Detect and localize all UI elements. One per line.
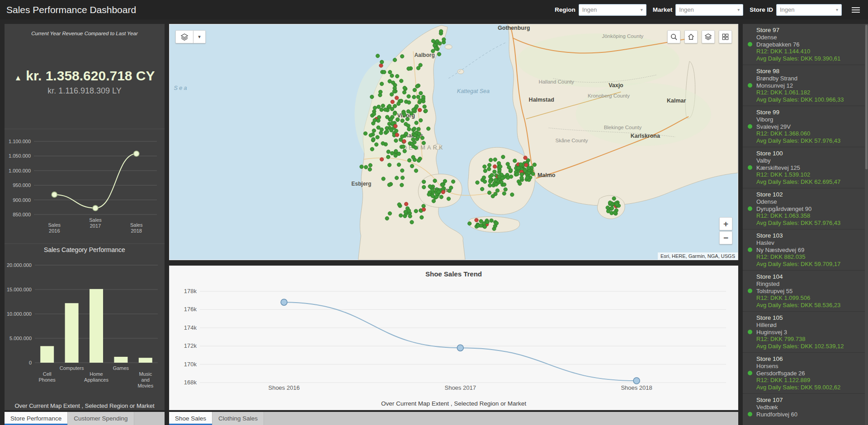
left-panel-tabs: Store Performance Customer Spending — [5, 412, 165, 425]
store-list-scrollbar[interactable] — [865, 24, 868, 425]
store-name: Store 107 — [756, 397, 862, 404]
store-name: Store 102 — [756, 191, 862, 198]
store-r12: R12: DKK 1.539.102 — [756, 171, 862, 178]
store-name: Store 100 — [756, 150, 862, 157]
store-id-filter: Store ID Ingen ▾ — [750, 4, 842, 16]
store-address: Gersdorffsgade 26 — [756, 370, 862, 377]
store-avg: Avg Daily Sales: DKK 100.966,33 — [756, 96, 862, 103]
store-card[interactable]: Store 102 Odense Dyrupgårdvænget 90 R12:… — [743, 188, 868, 229]
store-avg: Avg Daily Sales: DKK 59.390,61 — [756, 55, 862, 62]
store-avg: Avg Daily Sales: DKK 58.536,23 — [756, 302, 862, 309]
store-avg: Avg Daily Sales: DKK 57.976,43 — [756, 220, 862, 227]
map-layers-button[interactable] — [702, 30, 715, 43]
svg-text:Kronoberg County: Kronoberg County — [588, 93, 630, 98]
hamburger-menu-icon[interactable] — [850, 5, 862, 14]
tab-shoe-sales[interactable]: Shoe Sales — [169, 412, 212, 425]
revenue-trend-chart: 1.100.0001.050.0001.000.000950.000900.00… — [6, 135, 163, 238]
store-address: Kærskiftevej 125 — [756, 164, 862, 172]
svg-text:1.050.000: 1.050.000 — [9, 153, 31, 159]
svg-text:S e a: S e a — [174, 85, 187, 91]
tab-customer-spending[interactable]: Customer Spending — [68, 412, 134, 425]
store-name: Store 99 — [756, 109, 862, 116]
chevron-down-icon: ▾ — [198, 34, 201, 40]
map-attribution: Esri, HERE, Garmin, NGA, USGS — [658, 252, 738, 260]
store-r12: R12: DKK 1.099.506 — [756, 294, 862, 302]
store-r12: R12: DKK 1.122.889 — [756, 377, 862, 384]
legend-dropdown-button[interactable]: ▾ — [193, 30, 206, 43]
store-card[interactable]: Store 98 Brøndby Strand Monsunvej 12 R12… — [743, 65, 868, 106]
market-filter-select[interactable]: Ingen ▾ — [675, 4, 743, 16]
divider — [5, 129, 165, 129]
store-status-dot — [748, 412, 752, 416]
svg-text:Sales2018: Sales2018 — [130, 222, 143, 234]
store-address: Svalevej 29V — [756, 123, 862, 131]
region-filter-value: Ingen — [582, 6, 597, 13]
svg-text:20.000.000: 20.000.000 — [7, 262, 32, 268]
svg-text:CellPhones: CellPhones — [39, 371, 56, 383]
sales-category-chart: 20.000.00015.000.00010.000.0005.000.0000… — [6, 262, 163, 397]
store-avg: Avg Daily Sales: DKK 59.002,62 — [756, 384, 862, 391]
store-status-dot — [748, 371, 752, 375]
region-filter-select[interactable]: Ingen ▾ — [579, 4, 646, 16]
store-card[interactable]: Store 97 Odense Dragebakken 76 R12: DKK … — [743, 24, 868, 65]
basemap-grid-icon — [722, 33, 729, 41]
map-home-button[interactable] — [684, 30, 698, 43]
store-card[interactable]: Store 106 Horsens Gersdorffsgade 26 R12:… — [743, 353, 868, 394]
legend-button[interactable] — [175, 30, 193, 43]
svg-text:0: 0 — [29, 360, 32, 365]
store-name: Store 104 — [756, 273, 862, 280]
store-avg: Avg Daily Sales: DKK 57.976,43 — [756, 137, 862, 145]
svg-text:Malmo: Malmo — [538, 172, 556, 178]
revenue-panel: Current Year Revenue Compared to Last Ye… — [5, 24, 165, 410]
svg-text:172k: 172k — [184, 342, 197, 349]
store-city: Brøndby Strand — [756, 75, 862, 82]
svg-text:Games: Games — [113, 365, 129, 371]
svg-text:178k: 178k — [184, 288, 197, 294]
indicator-value: kr. 1.358.620.718 CY — [26, 68, 155, 83]
store-card[interactable]: Store 100 Valby Kærskiftevej 125 R12: DK… — [743, 147, 868, 188]
svg-text:5.000.000: 5.000.000 — [9, 336, 32, 341]
store-card[interactable]: Store 104 Ringsted Tolstrupvej 55 R12: D… — [743, 271, 868, 312]
svg-text:15.000.000: 15.000.000 — [7, 287, 32, 292]
svg-text:Shoes 2018: Shoes 2018 — [621, 384, 652, 391]
svg-text:Jönköping County: Jönköping County — [602, 33, 644, 39]
store-card[interactable]: Store 105 Hillerød Huginsvej 3 R12: DKK … — [743, 312, 868, 353]
zoom-in-button[interactable]: + — [719, 217, 732, 230]
store-address: Ny Næstvedvej 69 — [756, 247, 862, 254]
store-avg: Avg Daily Sales: DKK 102.539,12 — [756, 343, 862, 350]
basemap-gallery-button[interactable] — [719, 30, 732, 43]
store-r12 — [756, 418, 862, 425]
tab-store-performance[interactable]: Store Performance — [5, 412, 68, 425]
store-id-filter-select[interactable]: Ingen ▾ — [776, 4, 842, 16]
svg-text:Shoes 2017: Shoes 2017 — [444, 384, 476, 391]
store-address: Huginsvej 3 — [756, 329, 862, 336]
scrollbar-thumb[interactable] — [865, 25, 868, 169]
map-search-button[interactable] — [667, 30, 680, 43]
store-list[interactable]: Store 97 Odense Dragebakken 76 R12: DKK … — [743, 24, 868, 425]
zoom-out-button[interactable]: − — [719, 231, 732, 244]
svg-text:Sales2016: Sales2016 — [48, 222, 61, 234]
store-id-filter-label: Store ID — [750, 6, 773, 13]
store-address: Dyrupgårdvænget 90 — [756, 205, 862, 213]
tab-clothing-sales[interactable]: Clothing Sales — [212, 412, 264, 425]
store-card[interactable]: Store 107 Vedbæk Rundforbivej 60 — [743, 394, 868, 425]
store-r12: R12: DKK 1.063.358 — [756, 212, 862, 220]
store-status-dot — [748, 124, 752, 129]
map-canvas[interactable]: GothenburgJönköping CountyKattegat SeaHa… — [170, 24, 738, 260]
svg-text:Blekinge County: Blekinge County — [604, 125, 642, 130]
search-icon — [670, 33, 678, 41]
store-status-dot — [748, 42, 752, 47]
store-name: Store 106 — [756, 355, 862, 363]
store-card[interactable]: Store 99 Viborg Svalevej 29V R12: DKK 1.… — [743, 106, 868, 147]
store-city: Viborg — [756, 116, 862, 123]
svg-text:10.000.000: 10.000.000 — [7, 311, 32, 317]
store-address: Tolstrupvej 55 — [756, 288, 862, 295]
svg-text:176k: 176k — [184, 306, 197, 313]
svg-text:Karlskrona: Karlskrona — [631, 133, 660, 139]
arrow-up-icon: ▲ — [14, 74, 22, 82]
store-card[interactable]: Store 103 Haslev Ny Næstvedvej 69 R12: D… — [743, 229, 868, 271]
map-panel: GothenburgJönköping CountyKattegat SeaHa… — [169, 24, 738, 260]
svg-text:Halmstad: Halmstad — [529, 97, 554, 103]
layers-icon — [704, 33, 712, 41]
store-city: Vedbæk — [756, 404, 862, 411]
